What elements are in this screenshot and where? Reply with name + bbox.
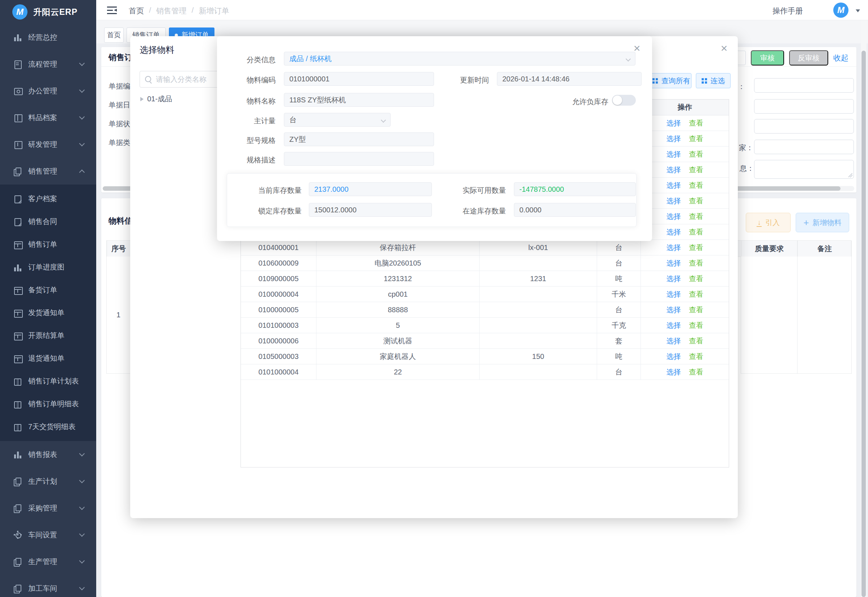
unaudit-button[interactable]: 反审核 bbox=[789, 50, 828, 65]
available-stock-input[interactable] bbox=[514, 183, 636, 196]
query-all-button[interactable]: 查询所有 bbox=[651, 73, 692, 88]
sidebar-subitem[interactable]: 销售订单明细表 bbox=[0, 392, 96, 415]
select-link[interactable]: 选择 bbox=[667, 165, 681, 175]
order-input[interactable] bbox=[754, 140, 854, 154]
select-link[interactable]: 选择 bbox=[667, 321, 681, 330]
sidebar-item[interactable]: 采购管理 bbox=[0, 495, 96, 521]
current-stock-input[interactable] bbox=[309, 183, 432, 196]
user-avatar[interactable]: M bbox=[833, 3, 849, 18]
sidebar-subitem[interactable]: 销售合同 bbox=[0, 210, 96, 233]
view-link[interactable]: 查看 bbox=[689, 165, 704, 175]
chevron-icon bbox=[79, 584, 85, 590]
sidebar-subitem[interactable]: 7天交货明细表 bbox=[0, 415, 96, 438]
unit-select[interactable]: 台 bbox=[284, 113, 391, 127]
sidebar-item[interactable]: 车间设置 bbox=[0, 521, 96, 548]
select-link[interactable]: 选择 bbox=[667, 149, 681, 159]
order-input[interactable] bbox=[754, 99, 854, 114]
cell-spec bbox=[480, 318, 597, 333]
sidebar-item[interactable]: 料品档案 bbox=[0, 104, 96, 131]
select-link[interactable]: 选择 bbox=[667, 305, 681, 315]
select-link[interactable]: 选择 bbox=[667, 243, 681, 252]
app-logo[interactable]: M 升阳云ERP bbox=[0, 0, 96, 24]
manual-link[interactable]: 操作手册 bbox=[773, 6, 803, 16]
view-link[interactable]: 查看 bbox=[689, 118, 704, 128]
view-link[interactable]: 查看 bbox=[689, 196, 704, 206]
name-input[interactable] bbox=[284, 93, 434, 107]
category-tree-node[interactable]: 01-成品 bbox=[140, 94, 172, 104]
sidebar-item[interactable]: 办公管理 bbox=[0, 77, 96, 104]
sidebar-subitem[interactable]: 客户档案 bbox=[0, 187, 96, 210]
resize-handle-icon[interactable] bbox=[849, 173, 852, 177]
sidebar-subitem[interactable]: 销售订单计划表 bbox=[0, 370, 96, 392]
collapse-link[interactable]: 收起 bbox=[833, 53, 849, 63]
view-link[interactable]: 查看 bbox=[689, 336, 704, 346]
close-icon[interactable] bbox=[718, 43, 730, 54]
sidebar-subitem[interactable]: 开票结算单 bbox=[0, 324, 96, 347]
select-link[interactable]: 选择 bbox=[667, 352, 681, 361]
cell-name: 5 bbox=[317, 318, 480, 333]
cell-spec bbox=[480, 364, 597, 380]
view-link[interactable]: 查看 bbox=[689, 134, 704, 144]
sidebar-item[interactable]: 研发管理 bbox=[0, 131, 96, 158]
sidebar-collapse-icon[interactable] bbox=[107, 6, 117, 14]
multi-select-button[interactable]: 连选 bbox=[696, 73, 730, 88]
negative-stock-toggle[interactable] bbox=[612, 95, 636, 105]
order-textarea[interactable] bbox=[754, 160, 854, 179]
sidebar-item[interactable]: 生产计划 bbox=[0, 468, 96, 495]
sidebar-subitem[interactable]: 发货通知单 bbox=[0, 301, 96, 324]
view-link[interactable]: 查看 bbox=[689, 290, 704, 299]
select-link[interactable]: 选择 bbox=[667, 212, 681, 221]
avatar-dropdown-caret[interactable] bbox=[856, 9, 860, 12]
search-icon bbox=[145, 76, 152, 83]
select-link[interactable]: 选择 bbox=[667, 290, 681, 299]
view-link[interactable]: 查看 bbox=[689, 258, 704, 268]
select-link[interactable]: 选择 bbox=[667, 196, 681, 206]
spec-input[interactable] bbox=[284, 132, 434, 146]
order-input[interactable] bbox=[754, 78, 854, 93]
import-button[interactable]: 引入 bbox=[746, 213, 791, 232]
tree-expand-caret-icon[interactable] bbox=[140, 97, 144, 101]
view-link[interactable]: 查看 bbox=[689, 243, 704, 252]
sidebar-subitem[interactable]: 订单进度图 bbox=[0, 256, 96, 279]
view-link[interactable]: 查看 bbox=[689, 212, 704, 221]
vertical-scrollbar-thumb[interactable] bbox=[862, 50, 866, 597]
select-link[interactable]: 选择 bbox=[667, 274, 681, 284]
sidebar-item[interactable]: 销售报表 bbox=[0, 441, 96, 468]
select-link[interactable]: 选择 bbox=[667, 336, 681, 346]
view-link[interactable]: 查看 bbox=[689, 227, 704, 237]
desc-input[interactable] bbox=[284, 152, 434, 166]
sidebar-item[interactable]: 销售管理 bbox=[0, 158, 96, 184]
audit-button[interactable]: 审核 bbox=[751, 50, 784, 65]
sidebar-item[interactable]: 经营总控 bbox=[0, 24, 96, 50]
sidebar-item[interactable]: 生产管理 bbox=[0, 548, 96, 575]
view-link[interactable]: 查看 bbox=[689, 305, 704, 315]
sidebar-item[interactable]: 流程管理 bbox=[0, 50, 96, 77]
sidebar-subitem[interactable]: 备货订单 bbox=[0, 279, 96, 301]
code-input[interactable] bbox=[284, 72, 434, 86]
select-link[interactable]: 选择 bbox=[667, 367, 681, 377]
view-link[interactable]: 查看 bbox=[689, 367, 704, 377]
updated-time-input[interactable] bbox=[497, 72, 641, 86]
sidebar-subitem[interactable]: 退货通知单 bbox=[0, 347, 96, 370]
view-link[interactable]: 查看 bbox=[689, 149, 704, 159]
locked-stock-input[interactable] bbox=[309, 203, 432, 217]
select-link[interactable]: 选择 bbox=[667, 118, 681, 128]
breadcrumb-home[interactable]: 首页 bbox=[129, 6, 144, 16]
sidebar-item[interactable]: 加工车间 bbox=[0, 575, 96, 597]
view-link[interactable]: 查看 bbox=[689, 352, 704, 361]
select-link[interactable]: 选择 bbox=[667, 227, 681, 237]
breadcrumb-new-order[interactable]: 新增订单 bbox=[199, 6, 229, 16]
select-link[interactable]: 选择 bbox=[667, 134, 681, 144]
transit-stock-input[interactable] bbox=[514, 203, 636, 217]
select-link[interactable]: 选择 bbox=[667, 258, 681, 268]
view-link[interactable]: 查看 bbox=[689, 181, 704, 190]
tab-home[interactable]: 首页 bbox=[104, 28, 124, 43]
breadcrumb-sales[interactable]: 销售管理 bbox=[156, 6, 187, 16]
order-input[interactable] bbox=[754, 119, 854, 134]
add-material-button[interactable]: 新增物料 bbox=[795, 213, 849, 232]
category-select[interactable]: 成品 / 纸杯机 bbox=[284, 52, 635, 65]
view-link[interactable]: 查看 bbox=[689, 274, 704, 284]
select-link[interactable]: 选择 bbox=[667, 181, 681, 190]
view-link[interactable]: 查看 bbox=[689, 321, 704, 330]
sidebar-subitem[interactable]: 销售订单 bbox=[0, 233, 96, 256]
